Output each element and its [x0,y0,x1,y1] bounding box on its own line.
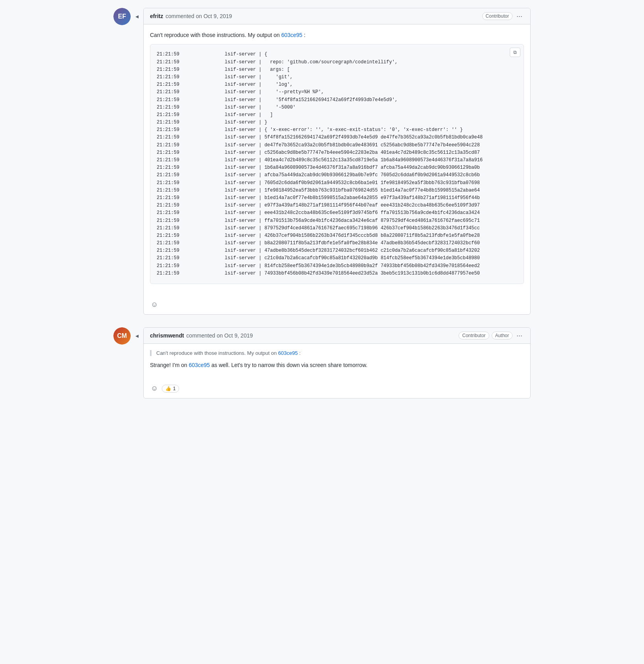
comment-body-1: Can't reproduce with those instructions.… [144,24,530,297]
comment-body-2: Can't reproduce with those instructions.… [144,344,530,380]
comment-link-2[interactable]: 603ce95 [189,362,210,368]
comment-header-right-1: Contributor ··· [482,12,524,20]
avatar-efritz: EF [113,8,131,25]
reaction-bar-1: ☺ [144,297,530,314]
comment-link-1[interactable]: 603ce95 [281,32,302,38]
badge-contributor-1: Contributor [482,12,513,20]
reaction-thumbsup-badge[interactable]: 👍 1 [162,385,179,393]
badge-contributor-2: Contributor [459,332,489,339]
comment-header-left-2: chrismwendt commented on Oct 9, 2019 [150,332,253,339]
chevron-left-icon-1: ◂ [135,13,139,315]
quote-text-before-link: Can't reproduce with those instructions.… [156,350,278,356]
comment-header-2: chrismwendt commented on Oct 9, 2019 Con… [144,328,530,344]
badge-author-2: Author [492,332,513,339]
comment-text-before-link-1: Can't reproduce with those instructions.… [150,32,281,38]
comment-wrapper-1: EF ◂ efritz commented on Oct 9, 2019 Con… [113,8,531,315]
thumbsup-count: 1 [173,386,176,391]
comment-text-2-after: as well. Let's try to narrow this down v… [210,362,367,368]
thumbsup-emoji: 👍 [165,386,171,391]
chevron-left-icon-2: ◂ [135,332,139,398]
avatar-image-efritz: EF [113,8,131,25]
comment-text-suffix-1: : [302,32,305,38]
comment-header-1: efritz commented on Oct 9, 2019 Contribu… [144,8,530,24]
comment-meta-2: commented on Oct 9, 2019 [186,332,253,339]
add-reaction-button-2[interactable]: ☺ [150,384,159,393]
code-block-1: ⧉ 21:21:59 lsif-server | { 21:21:59 lsif… [150,44,524,284]
comment-box-2: chrismwendt commented on Oct 9, 2019 Con… [143,327,531,398]
reaction-bar-2: ☺ 👍 1 [144,380,530,398]
comment-meta-1: commented on Oct 9, 2019 [165,13,232,19]
comment-text-2: Strange! I'm on 603ce95 as well. Let's t… [150,361,524,369]
comment-header-right-2: Contributor Author ··· [459,332,524,339]
comment-text-1: Can't reproduce with those instructions.… [150,31,524,39]
avatar-chrismwendt: CM [113,327,131,345]
copy-code-button-1[interactable]: ⧉ [510,48,520,57]
comment-wrapper-2: CM ◂ chrismwendt commented on Oct 9, 201… [113,327,531,398]
add-reaction-button-1[interactable]: ☺ [150,300,159,310]
quote-link[interactable]: 603ce95 [278,350,298,356]
more-options-button-2[interactable]: ··· [515,332,524,339]
comment-header-left-1: efritz commented on Oct 9, 2019 [150,13,232,19]
comment-author-1[interactable]: efritz [150,13,163,19]
quoted-block-2: Can't reproduce with those instructions.… [150,350,524,356]
avatar-image-chrismwendt: CM [113,327,131,345]
comment-text-2-before: Strange! I'm on [150,362,189,368]
comment-thread: EF ◂ efritz commented on Oct 9, 2019 Con… [113,8,531,405]
spacer [113,321,531,327]
comment-box-1: efritz commented on Oct 9, 2019 Contribu… [143,8,531,315]
comment-author-2[interactable]: chrismwendt [150,332,184,339]
code-content-1: 21:21:59 lsif-server | { 21:21:59 lsif-s… [157,51,517,277]
quote-suffix: : [298,350,300,356]
more-options-button-1[interactable]: ··· [515,13,524,20]
